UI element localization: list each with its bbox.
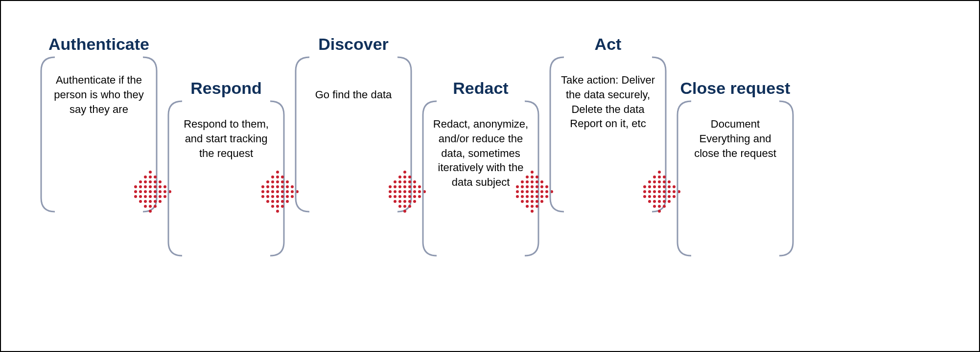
svg-point-48 — [271, 176, 274, 178]
svg-point-147 — [536, 190, 538, 193]
svg-point-149 — [536, 200, 538, 203]
svg-point-150 — [536, 205, 538, 208]
svg-point-18 — [149, 185, 152, 188]
svg-point-178 — [658, 185, 661, 188]
svg-point-56 — [276, 176, 279, 178]
svg-point-21 — [149, 200, 152, 203]
svg-point-66 — [281, 185, 284, 188]
svg-point-142 — [531, 205, 534, 208]
svg-point-128 — [526, 176, 529, 178]
svg-point-186 — [663, 185, 666, 188]
svg-point-7 — [139, 200, 142, 203]
svg-point-34 — [159, 195, 162, 198]
svg-point-92 — [398, 195, 401, 198]
svg-point-158 — [545, 195, 548, 198]
svg-point-173 — [653, 200, 656, 203]
svg-point-192 — [668, 185, 671, 188]
svg-point-17 — [149, 180, 152, 183]
svg-point-60 — [276, 195, 279, 198]
svg-point-27 — [154, 190, 157, 193]
svg-point-154 — [540, 195, 543, 198]
svg-point-49 — [271, 180, 274, 183]
svg-point-120 — [516, 185, 519, 188]
svg-point-193 — [668, 190, 671, 193]
svg-point-75 — [286, 200, 289, 203]
svg-point-104 — [408, 176, 411, 178]
svg-point-82 — [389, 195, 392, 198]
step-title: Redact — [422, 79, 539, 97]
svg-point-152 — [540, 185, 543, 188]
svg-point-90 — [398, 185, 401, 188]
svg-point-4 — [139, 185, 142, 188]
svg-point-96 — [403, 176, 406, 178]
svg-point-109 — [408, 200, 411, 203]
svg-point-28 — [154, 195, 157, 198]
svg-point-54 — [271, 205, 274, 208]
svg-point-196 — [673, 185, 676, 188]
svg-point-45 — [266, 190, 269, 193]
svg-point-88 — [398, 176, 401, 178]
svg-point-177 — [658, 180, 661, 183]
svg-point-191 — [668, 180, 671, 183]
svg-point-43 — [266, 180, 269, 183]
step-desc: Take action: Deliver the data securely, … — [560, 73, 656, 131]
svg-point-91 — [398, 190, 401, 193]
svg-point-123 — [521, 180, 524, 183]
svg-point-182 — [658, 205, 661, 208]
svg-point-183 — [658, 210, 661, 213]
svg-point-102 — [403, 205, 406, 208]
svg-point-130 — [526, 185, 529, 188]
svg-point-68 — [281, 195, 284, 198]
svg-point-6 — [139, 195, 142, 198]
step-desc: Respond to them, and start tracking the … — [178, 117, 274, 160]
svg-point-99 — [403, 190, 406, 193]
svg-point-93 — [398, 200, 401, 203]
svg-point-65 — [281, 180, 284, 183]
svg-point-157 — [545, 190, 548, 193]
svg-point-151 — [540, 180, 543, 183]
svg-point-84 — [394, 185, 397, 188]
svg-point-3 — [139, 180, 142, 183]
step-frame: Document Everything and close the reques… — [677, 100, 794, 257]
svg-point-185 — [663, 180, 666, 183]
svg-point-87 — [394, 200, 397, 203]
svg-point-58 — [276, 185, 279, 188]
svg-point-180 — [658, 195, 661, 198]
svg-point-2 — [134, 195, 137, 198]
svg-point-59 — [276, 190, 279, 193]
svg-point-64 — [281, 176, 284, 178]
svg-point-14 — [144, 205, 147, 208]
svg-point-53 — [271, 200, 274, 203]
svg-point-77 — [291, 190, 294, 193]
svg-point-9 — [144, 180, 147, 183]
svg-point-23 — [149, 210, 152, 213]
svg-point-161 — [643, 190, 646, 193]
svg-point-145 — [536, 180, 538, 183]
svg-point-22 — [149, 205, 152, 208]
svg-point-195 — [668, 200, 671, 203]
svg-point-71 — [286, 180, 289, 183]
svg-point-188 — [663, 195, 666, 198]
svg-point-174 — [653, 205, 656, 208]
svg-point-80 — [389, 185, 392, 188]
svg-point-148 — [536, 195, 538, 198]
svg-point-146 — [536, 185, 538, 188]
svg-point-116 — [418, 185, 421, 188]
svg-point-171 — [653, 190, 656, 193]
svg-point-76 — [291, 185, 294, 188]
svg-point-198 — [673, 195, 676, 198]
svg-point-67 — [281, 190, 284, 193]
svg-point-31 — [159, 180, 162, 183]
svg-point-61 — [276, 200, 279, 203]
svg-point-141 — [531, 200, 534, 203]
svg-point-135 — [531, 171, 534, 174]
step-desc: Authenticate if the person is who they s… — [51, 73, 147, 116]
step-title: Respond — [167, 79, 285, 97]
svg-point-33 — [159, 190, 162, 193]
svg-point-29 — [154, 200, 157, 203]
svg-point-19 — [149, 190, 152, 193]
svg-point-113 — [413, 190, 416, 193]
svg-point-62 — [276, 205, 279, 208]
svg-point-179 — [658, 190, 661, 193]
svg-point-184 — [663, 176, 666, 178]
